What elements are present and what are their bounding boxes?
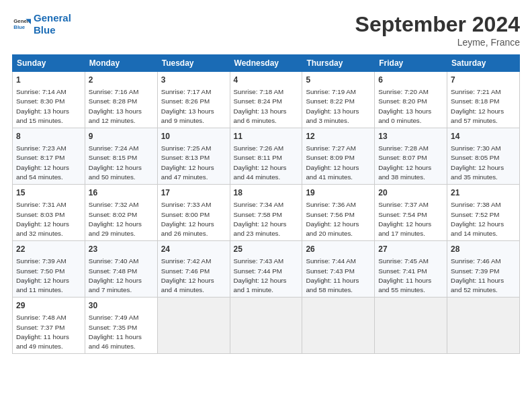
day-number: 14: [451, 131, 516, 142]
calendar-cell: [302, 298, 375, 354]
calendar-table: SundayMondayTuesdayWednesdayThursdayFrid…: [12, 54, 520, 354]
cell-info: Sunrise: 7:40 AMSunset: 7:48 PMDaylight:…: [89, 257, 142, 293]
calendar-cell: 28Sunrise: 7:46 AMSunset: 7:39 PMDayligh…: [447, 241, 520, 298]
cell-info: Sunrise: 7:19 AMSunset: 8:22 PMDaylight:…: [306, 88, 359, 124]
weekday-header-row: SundayMondayTuesdayWednesdayThursdayFrid…: [13, 55, 520, 72]
calendar-cell: [230, 298, 302, 354]
day-number: 6: [378, 75, 443, 85]
calendar-cell: 10Sunrise: 7:25 AMSunset: 8:13 PMDayligh…: [157, 128, 230, 185]
cell-info: Sunrise: 7:24 AMSunset: 8:15 PMDaylight:…: [89, 144, 142, 181]
day-number: 7: [451, 75, 516, 85]
cell-info: Sunrise: 7:27 AMSunset: 8:09 PMDaylight:…: [306, 144, 359, 181]
calendar-cell: 15Sunrise: 7:31 AMSunset: 8:03 PMDayligh…: [13, 185, 85, 241]
calendar-cell: 25Sunrise: 7:43 AMSunset: 7:44 PMDayligh…: [230, 241, 302, 298]
cell-info: Sunrise: 7:32 AMSunset: 8:02 PMDaylight:…: [89, 201, 142, 237]
day-number: 24: [161, 244, 226, 255]
day-number: 18: [234, 187, 299, 198]
day-number: 28: [451, 244, 516, 255]
day-number: 12: [306, 131, 371, 142]
calendar-cell: 23Sunrise: 7:40 AMSunset: 7:48 PMDayligh…: [85, 241, 157, 298]
logo-text: General Blue: [34, 12, 71, 36]
day-number: 17: [161, 187, 226, 198]
logo-icon: General Blue: [12, 15, 31, 34]
cell-info: Sunrise: 7:23 AMSunset: 8:17 PMDaylight:…: [16, 144, 69, 181]
calendar-cell: 19Sunrise: 7:36 AMSunset: 7:56 PMDayligh…: [302, 185, 375, 241]
weekday-header-tuesday: Tuesday: [157, 55, 230, 72]
day-number: 30: [89, 300, 154, 311]
title-block: September 2024 Leyme, France: [355, 12, 520, 48]
day-number: 23: [89, 244, 154, 255]
calendar-cell: 18Sunrise: 7:34 AMSunset: 7:58 PMDayligh…: [230, 185, 302, 241]
calendar-cell: [157, 298, 230, 354]
calendar-cell: [447, 298, 520, 354]
day-number: 21: [451, 187, 516, 198]
calendar-cell: 8Sunrise: 7:23 AMSunset: 8:17 PMDaylight…: [13, 128, 85, 185]
calendar-cell: [375, 298, 447, 354]
cell-info: Sunrise: 7:33 AMSunset: 8:00 PMDaylight:…: [161, 201, 214, 237]
calendar-cell: 26Sunrise: 7:44 AMSunset: 7:43 PMDayligh…: [302, 241, 375, 298]
calendar-cell: 5Sunrise: 7:19 AMSunset: 8:22 PMDaylight…: [302, 72, 375, 128]
calendar-cell: 7Sunrise: 7:21 AMSunset: 8:18 PMDaylight…: [447, 72, 520, 128]
day-number: 20: [378, 187, 443, 198]
calendar-cell: 13Sunrise: 7:28 AMSunset: 8:07 PMDayligh…: [375, 128, 447, 185]
cell-info: Sunrise: 7:38 AMSunset: 7:52 PMDaylight:…: [451, 201, 504, 237]
calendar-cell: 20Sunrise: 7:37 AMSunset: 7:54 PMDayligh…: [375, 185, 447, 241]
calendar-cell: 3Sunrise: 7:17 AMSunset: 8:26 PMDaylight…: [157, 72, 230, 128]
day-number: 11: [234, 131, 299, 142]
cell-info: Sunrise: 7:17 AMSunset: 8:26 PMDaylight:…: [161, 88, 214, 124]
calendar-cell: 9Sunrise: 7:24 AMSunset: 8:15 PMDaylight…: [85, 128, 157, 185]
day-number: 26: [306, 244, 371, 255]
day-number: 1: [16, 75, 81, 85]
cell-info: Sunrise: 7:36 AMSunset: 7:56 PMDaylight:…: [306, 201, 359, 237]
weekday-header-sunday: Sunday: [13, 55, 85, 72]
weekday-header-friday: Friday: [375, 55, 447, 72]
calendar-cell: 12Sunrise: 7:27 AMSunset: 8:09 PMDayligh…: [302, 128, 375, 185]
cell-info: Sunrise: 7:25 AMSunset: 8:13 PMDaylight:…: [161, 144, 214, 181]
calendar-cell: 1Sunrise: 7:14 AMSunset: 8:30 PMDaylight…: [13, 72, 85, 128]
day-number: 27: [378, 244, 443, 255]
cell-info: Sunrise: 7:18 AMSunset: 8:24 PMDaylight:…: [234, 88, 287, 124]
cell-info: Sunrise: 7:21 AMSunset: 8:18 PMDaylight:…: [451, 88, 504, 124]
svg-text:Blue: Blue: [13, 24, 26, 30]
day-number: 16: [89, 187, 154, 198]
day-number: 5: [306, 75, 371, 85]
calendar-week-2: 8Sunrise: 7:23 AMSunset: 8:17 PMDaylight…: [13, 128, 520, 185]
weekday-header-saturday: Saturday: [447, 55, 520, 72]
calendar-week-4: 22Sunrise: 7:39 AMSunset: 7:50 PMDayligh…: [13, 241, 520, 298]
cell-info: Sunrise: 7:28 AMSunset: 8:07 PMDaylight:…: [378, 144, 431, 181]
weekday-header-wednesday: Wednesday: [230, 55, 302, 72]
calendar-week-3: 15Sunrise: 7:31 AMSunset: 8:03 PMDayligh…: [13, 185, 520, 241]
cell-info: Sunrise: 7:39 AMSunset: 7:50 PMDaylight:…: [16, 257, 69, 293]
calendar-week-1: 1Sunrise: 7:14 AMSunset: 8:30 PMDaylight…: [13, 72, 520, 128]
day-number: 22: [16, 244, 81, 255]
cell-info: Sunrise: 7:43 AMSunset: 7:44 PMDaylight:…: [234, 257, 287, 293]
calendar-cell: 27Sunrise: 7:45 AMSunset: 7:41 PMDayligh…: [375, 241, 447, 298]
cell-info: Sunrise: 7:48 AMSunset: 7:37 PMDaylight:…: [16, 314, 69, 350]
calendar-cell: 2Sunrise: 7:16 AMSunset: 8:28 PMDaylight…: [85, 72, 157, 128]
cell-info: Sunrise: 7:46 AMSunset: 7:39 PMDaylight:…: [451, 257, 504, 293]
cell-info: Sunrise: 7:42 AMSunset: 7:46 PMDaylight:…: [161, 257, 214, 293]
calendar-cell: 29Sunrise: 7:48 AMSunset: 7:37 PMDayligh…: [13, 298, 85, 354]
weekday-header-monday: Monday: [85, 55, 157, 72]
day-number: 4: [234, 75, 299, 85]
cell-info: Sunrise: 7:44 AMSunset: 7:43 PMDaylight:…: [306, 257, 359, 293]
calendar-cell: 6Sunrise: 7:20 AMSunset: 8:20 PMDaylight…: [375, 72, 447, 128]
calendar-cell: 17Sunrise: 7:33 AMSunset: 8:00 PMDayligh…: [157, 185, 230, 241]
day-number: 25: [234, 244, 299, 255]
calendar-cell: 24Sunrise: 7:42 AMSunset: 7:46 PMDayligh…: [157, 241, 230, 298]
cell-info: Sunrise: 7:34 AMSunset: 7:58 PMDaylight:…: [234, 201, 287, 237]
calendar-cell: 11Sunrise: 7:26 AMSunset: 8:11 PMDayligh…: [230, 128, 302, 185]
calendar-page: General Blue General Blue September 2024…: [0, 0, 532, 411]
location: Leyme, France: [355, 37, 520, 48]
cell-info: Sunrise: 7:14 AMSunset: 8:30 PMDaylight:…: [16, 88, 69, 124]
day-number: 19: [306, 187, 371, 198]
day-number: 2: [89, 75, 154, 85]
day-number: 8: [16, 131, 81, 142]
day-number: 3: [161, 75, 226, 85]
calendar-cell: 16Sunrise: 7:32 AMSunset: 8:02 PMDayligh…: [85, 185, 157, 241]
calendar-week-5: 29Sunrise: 7:48 AMSunset: 7:37 PMDayligh…: [13, 298, 520, 354]
day-number: 29: [16, 300, 81, 311]
calendar-cell: 30Sunrise: 7:49 AMSunset: 7:35 PMDayligh…: [85, 298, 157, 354]
cell-info: Sunrise: 7:37 AMSunset: 7:54 PMDaylight:…: [378, 201, 431, 237]
cell-info: Sunrise: 7:45 AMSunset: 7:41 PMDaylight:…: [378, 257, 431, 293]
